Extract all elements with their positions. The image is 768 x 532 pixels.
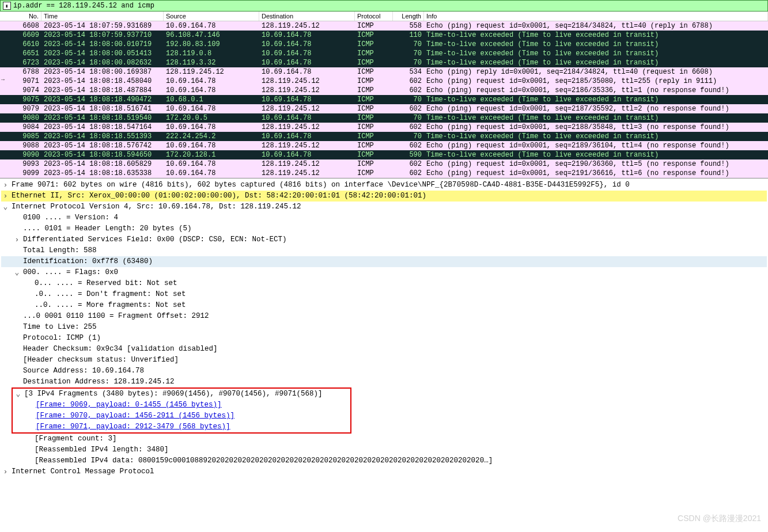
ip-fragments[interactable]: [3 IPv4 Fragments (3480 bytes): #9069(14… [13, 389, 350, 400]
display-filter-input[interactable] [13, 2, 244, 10]
col-protocol[interactable]: Protocol [355, 12, 393, 21]
packet-row[interactable]: 66082023-05-14 18:07:59.93168910.69.164.… [0, 21, 768, 31]
packet-row[interactable]: 90932023-05-14 18:08:18.60582910.69.164.… [0, 159, 768, 169]
packet-row[interactable]: 90852023-05-14 18:08:18.551393222.24.254… [0, 132, 768, 141]
tree-ip[interactable]: Internet Protocol Version 4, Src: 10.69.… [1, 202, 767, 212]
packet-row[interactable]: 90712023-05-14 18:08:18.45804010.69.164.… [0, 77, 768, 86]
ip-protocol: Protocol: ICMP (1) [1, 333, 767, 344]
packet-row[interactable]: 67882023-05-14 18:08:00.169387128.119.24… [0, 67, 768, 77]
ip-flag-df: .0.. .... = Don't fragment: Not set [1, 289, 767, 300]
ip-total-length: Total Length: 588 [1, 245, 767, 256]
packet-list-pane[interactable]: No. Time Source Destination Protocol Len… [0, 12, 768, 178]
packet-row[interactable]: 90902023-05-14 18:08:18.594650172.20.128… [0, 150, 768, 159]
ip-ttl: Time to Live: 255 [1, 322, 767, 333]
packet-row[interactable]: 90742023-05-14 18:08:18.48788410.69.164.… [0, 86, 768, 95]
ip-version: 0100 .... = Version: 4 [1, 212, 767, 223]
col-length[interactable]: Length [393, 12, 424, 21]
ip-identification: Identification: 0xf7f8 (63480) [1, 256, 767, 267]
packet-row[interactable]: 90752023-05-14 18:08:18.49047210.68.0.11… [0, 95, 768, 104]
tree-ethernet[interactable]: Ethernet II, Src: Xerox_00:00:00 (01:00:… [1, 191, 767, 202]
ip-checksum: Header Checksum: 0x9c34 [validation disa… [1, 344, 767, 355]
fragments-highlight-box: [3 IPv4 Fragments (3480 bytes): #9069(14… [12, 387, 351, 434]
col-info[interactable]: Info [424, 12, 768, 21]
packet-details-pane[interactable]: Frame 9071: 602 bytes on wire (4816 bits… [0, 178, 768, 481]
packet-row[interactable]: 90802023-05-14 18:08:18.519540172.20.0.5… [0, 113, 768, 123]
packet-row[interactable]: 66102023-05-14 18:08:00.010719192.80.83.… [0, 40, 768, 49]
tree-frame[interactable]: Frame 9071: 602 bytes on wire (4816 bits… [1, 180, 767, 191]
ip-header-length: .... 0101 = Header Length: 20 bytes (5) [1, 223, 767, 234]
tree-icmp[interactable]: Internet Control Message Protocol [1, 466, 767, 477]
ip-fragment-offset: ...0 0001 0110 1100 = Fragment Offset: 2… [1, 311, 767, 322]
packet-row[interactable]: 90992023-05-14 18:08:18.63533810.69.164.… [0, 169, 768, 178]
packet-list-header: No. Time Source Destination Protocol Len… [0, 12, 768, 21]
packet-row[interactable]: 90882023-05-14 18:08:18.57674210.69.164.… [0, 141, 768, 150]
fragment-link-2[interactable]: [Frame: 9070, payload: 1456-2911 (1456 b… [13, 411, 350, 421]
col-no[interactable]: No. [0, 12, 41, 21]
col-destination[interactable]: Destination [259, 12, 355, 21]
reassembled-length: [Reassembled IPv4 length: 3480] [1, 444, 767, 455]
packet-row[interactable]: 90842023-05-14 18:08:18.54716410.69.164.… [0, 123, 768, 132]
ip-source-address: Source Address: 10.69.164.78 [1, 366, 767, 377]
display-filter-bar[interactable]: ▮ [0, 0, 768, 12]
filter-icon: ▮ [3, 2, 11, 10]
packet-row[interactable]: 67232023-05-14 18:08:00.082632128.119.3.… [0, 58, 768, 67]
col-time[interactable]: Time [41, 12, 164, 21]
fragment-count: [Fragment count: 3] [1, 434, 767, 444]
ip-dest-address: Destination Address: 128.119.245.12 [1, 377, 767, 387]
ip-dsf[interactable]: Differentiated Services Field: 0x00 (DSC… [1, 234, 767, 245]
packet-row[interactable]: 66092023-05-14 18:07:59.93771096.108.47.… [0, 31, 768, 40]
ip-flag-mf: ..0. .... = More fragments: Not set [1, 300, 767, 311]
packet-row[interactable]: 90792023-05-14 18:08:18.51674110.69.164.… [0, 104, 768, 113]
ip-checksum-status: [Header checksum status: Unverified] [1, 355, 767, 366]
packet-row[interactable]: 66512023-05-14 18:08:00.051413128.119.0.… [0, 49, 768, 58]
fragment-link-1[interactable]: [Frame: 9069, payload: 0-1455 (1456 byte… [13, 400, 350, 411]
col-source[interactable]: Source [164, 12, 259, 21]
fragment-link-3[interactable]: [Frame: 9071, payload: 2912-3479 (568 by… [13, 421, 350, 432]
ip-flags[interactable]: 000. .... = Flags: 0x0 [1, 267, 767, 278]
reassembled-data: [Reassembled IPv4 data: 0800159c00010889… [1, 455, 767, 466]
ip-flag-reserved: 0... .... = Reserved bit: Not set [1, 278, 767, 289]
